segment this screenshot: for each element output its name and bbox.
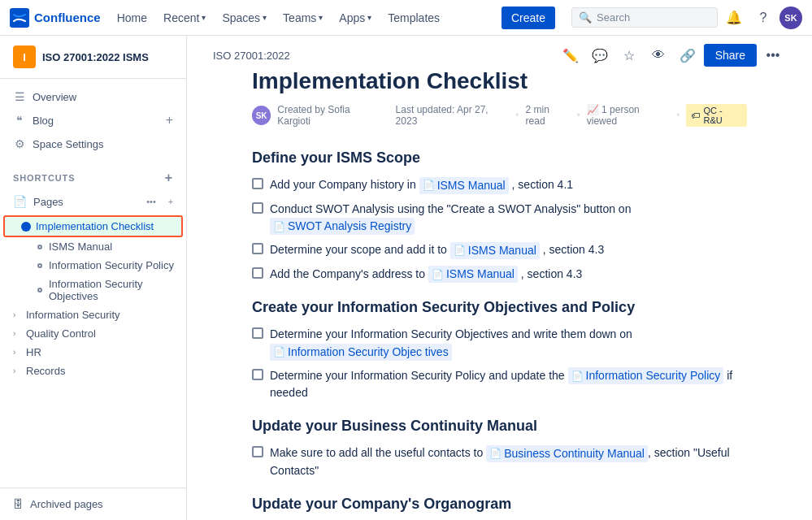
- tree-item-label: Information Security: [26, 309, 120, 321]
- overview-icon: ☰: [13, 90, 26, 103]
- checklist-text: Add the Company's address to 📄 ISMS Manu…: [270, 266, 747, 284]
- sidebar: I ISO 27001:2022 ISMS ☰ Overview ❝ Blog …: [0, 36, 187, 520]
- tree-item-info-security-objectives[interactable]: Information Security Objectives: [0, 275, 186, 306]
- checklist-item: Make sure to add all the useful contacts…: [252, 444, 747, 479]
- space-name: ISO 27001:2022 ISMS: [42, 51, 149, 63]
- checkbox[interactable]: [252, 369, 263, 380]
- pages-icon: 📄: [13, 195, 27, 208]
- page-link-icon: 📄: [423, 178, 435, 193]
- section-heading-isms-scope: Define your ISMS Scope: [252, 150, 747, 167]
- star-button[interactable]: ☆: [616, 42, 642, 68]
- shortcuts-add-button[interactable]: +: [165, 171, 173, 184]
- tree-item-info-security-policy[interactable]: Information Security Policy: [0, 256, 186, 275]
- hollow-bullet: [37, 263, 42, 268]
- checkbox[interactable]: [252, 178, 263, 189]
- blog-label: Blog: [33, 115, 54, 127]
- archive-icon: 🗄: [13, 498, 24, 510]
- confluence-logo-icon: [10, 8, 29, 28]
- page-link-icon: 📄: [489, 446, 502, 461]
- nav-apps[interactable]: Apps▾: [332, 6, 378, 29]
- checklist-item: Add your Company history in 📄 ISMS Manua…: [252, 176, 747, 194]
- nav-teams[interactable]: Teams▾: [276, 6, 329, 29]
- views: 📈 1 person viewed: [587, 104, 671, 127]
- sidebar-item-overview[interactable]: ☰ Overview: [0, 85, 186, 108]
- tree-item-quality-control[interactable]: › Quality Control: [0, 324, 186, 343]
- blog-add-icon[interactable]: +: [166, 113, 173, 128]
- business-continuity-link[interactable]: 📄 Business Continuity Manual: [486, 445, 648, 462]
- help-button[interactable]: ?: [750, 5, 776, 31]
- more-options-button[interactable]: •••: [760, 42, 786, 68]
- spaces-chevron: ▾: [263, 13, 267, 22]
- watch-button[interactable]: 👁: [645, 42, 671, 68]
- page-link-icon: 📄: [273, 344, 285, 359]
- space-header[interactable]: I ISO 27001:2022 ISMS: [0, 36, 186, 79]
- space-icon: I: [13, 46, 36, 68]
- content-toolbar: ✏️ 💬 ☆ 👁 🔗 Share •••: [558, 42, 786, 68]
- nav-recent[interactable]: Recent▾: [157, 6, 212, 29]
- checkbox[interactable]: [252, 267, 263, 279]
- checkbox[interactable]: [252, 243, 263, 254]
- isms-manual-link-1[interactable]: 📄 ISMS Manual: [419, 177, 509, 194]
- checklist-item: Add the Company's address to 📄 ISMS Manu…: [252, 266, 747, 284]
- pages-more-button[interactable]: •••: [142, 193, 160, 210]
- nav-templates[interactable]: Templates: [381, 6, 446, 29]
- page-link-icon: 📄: [273, 219, 285, 234]
- comment-button[interactable]: 💬: [587, 42, 613, 68]
- page-meta: SK Created by Sofia Kargioti Last update…: [252, 104, 747, 127]
- nav-home[interactable]: Home: [111, 6, 154, 29]
- tree-item-label: Information Security Policy: [49, 259, 174, 271]
- tree-item-label: Records: [26, 365, 65, 377]
- pages-label: Pages: [33, 196, 142, 208]
- tree-item-implementation-checklist[interactable]: Implementation Checklist: [3, 215, 183, 237]
- teams-chevron: ▾: [319, 13, 323, 22]
- swot-registry-link[interactable]: 📄 SWOT Analysis Registry: [270, 218, 415, 235]
- top-navigation: Confluence Home Recent▾ Spaces▾ Teams▾ A…: [0, 0, 812, 36]
- checklist-text: Determine your Information Security Poli…: [270, 367, 747, 402]
- page-badge: 🏷 QC - R&U: [686, 104, 747, 127]
- nav-spaces[interactable]: Spaces▾: [215, 6, 273, 29]
- author-avatar: SK: [252, 106, 271, 125]
- create-button[interactable]: Create: [502, 6, 555, 29]
- tree-item-label: Quality Control: [26, 327, 96, 340]
- tree-item-hr[interactable]: › HR: [0, 343, 186, 362]
- pages-add-button[interactable]: +: [162, 193, 180, 210]
- breadcrumb: ISO 27001:2022: [213, 50, 290, 62]
- archived-pages-button[interactable]: 🗄 Archived pages: [0, 488, 186, 520]
- share-link-button[interactable]: 🔗: [675, 42, 701, 68]
- avatar[interactable]: SK: [779, 6, 802, 29]
- logo[interactable]: Confluence: [10, 8, 101, 28]
- section-heading-organogram: Update your Company's Organogram: [252, 496, 747, 513]
- isms-manual-link-3[interactable]: 📄 ISMS Manual: [428, 266, 518, 283]
- sidebar-item-blog[interactable]: ❝ Blog +: [0, 108, 186, 132]
- page-link-icon: 📄: [454, 243, 466, 258]
- pages-actions: ••• +: [142, 193, 180, 210]
- expand-chevron-icon: ›: [13, 310, 23, 319]
- breadcrumb-link[interactable]: ISO 27001:2022: [213, 50, 290, 62]
- info-security-objectives-link[interactable]: 📄 Information Security Objec tives: [270, 344, 452, 361]
- archived-pages-label: Archived pages: [30, 498, 103, 510]
- checkbox[interactable]: [252, 446, 263, 457]
- pages-header[interactable]: 📄 Pages ••• +: [0, 188, 186, 215]
- isms-manual-link-2[interactable]: 📄 ISMS Manual: [450, 242, 540, 259]
- badge-icon: 🏷: [691, 110, 700, 120]
- expand-chevron-icon: ›: [13, 329, 23, 338]
- checklist-item: Determine your Information Security Poli…: [252, 367, 747, 402]
- edit-button[interactable]: ✏️: [558, 42, 584, 68]
- search-input[interactable]: 🔍 Search: [571, 7, 718, 28]
- checklist-text: Determine your scope and add it to 📄 ISM…: [270, 241, 747, 259]
- checklist-item: Determine your scope and add it to 📄 ISM…: [252, 241, 747, 259]
- checkbox[interactable]: [252, 202, 263, 214]
- checkbox[interactable]: [252, 327, 263, 339]
- tree-item-information-security[interactable]: › Information Security: [0, 306, 186, 324]
- tree-item-isms-manual[interactable]: ISMS Manual: [0, 237, 186, 256]
- share-button[interactable]: Share: [704, 44, 757, 67]
- tree-item-label: Information Security Objectives: [49, 278, 180, 302]
- last-updated: Last updated: Apr 27, 2023: [396, 104, 510, 127]
- blog-icon: ❝: [13, 114, 26, 127]
- search-placeholder: Search: [597, 11, 630, 24]
- info-security-policy-link[interactable]: 📄 Information Security Policy: [568, 367, 724, 384]
- section-heading-security-objectives: Create your Information Security Objecti…: [252, 299, 747, 316]
- sidebar-item-space-settings[interactable]: ⚙ Space Settings: [0, 132, 186, 155]
- tree-item-records[interactable]: › Records: [0, 362, 186, 380]
- notifications-button[interactable]: 🔔: [721, 5, 747, 31]
